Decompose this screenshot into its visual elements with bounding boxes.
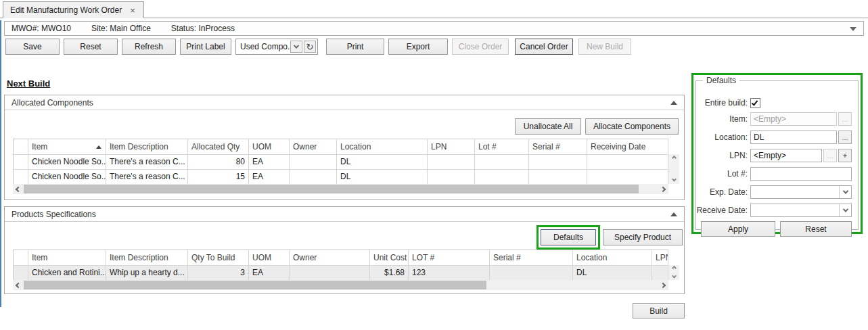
chevron-right-icon xyxy=(660,186,666,191)
toolbar: Save Reset Refresh Print Label Used Comp… xyxy=(5,39,631,55)
lpn-field[interactable] xyxy=(750,149,822,162)
allocate-components-button[interactable]: Allocate Components xyxy=(585,118,679,135)
scroll-right-button[interactable] xyxy=(658,184,668,194)
col-unit-cost[interactable]: Unit Cost xyxy=(370,250,409,266)
apply-button[interactable]: Apply xyxy=(701,221,775,237)
exp-date-label: Exp. Date: xyxy=(696,187,750,197)
cell-owner xyxy=(290,266,370,281)
exp-date-row: Exp. Date: xyxy=(696,185,858,199)
cell-qty: 80 xyxy=(188,155,249,170)
scrollbar-thumb[interactable] xyxy=(24,281,486,289)
horizontal-scrollbar[interactable] xyxy=(13,280,668,290)
cell-desc: There's a reason C... xyxy=(106,155,188,170)
location-browse-button[interactable]: ... xyxy=(838,131,852,144)
col-item[interactable]: Item xyxy=(28,250,106,266)
location-field[interactable] xyxy=(750,131,837,144)
refresh-button[interactable]: Refresh xyxy=(122,39,176,55)
row-selector[interactable] xyxy=(14,170,28,185)
col-owner[interactable]: Owner xyxy=(290,139,337,155)
scroll-left-button[interactable] xyxy=(13,280,24,290)
lpn-add-button[interactable]: + xyxy=(838,149,852,162)
build-button[interactable]: Build xyxy=(633,303,685,319)
receive-date-dropdown-button[interactable] xyxy=(839,204,851,216)
col-location[interactable]: Location xyxy=(573,250,652,266)
col-serial[interactable]: Serial # xyxy=(490,250,573,266)
print-button[interactable]: Print xyxy=(326,39,384,55)
scrollbar-track[interactable] xyxy=(24,280,658,290)
products-table-header: Item Item Description Qty To Build UOM O… xyxy=(14,250,668,266)
table-row[interactable]: Chicken Noodle So... There's a reason C.… xyxy=(14,170,668,185)
defaults-button[interactable]: Defaults xyxy=(541,229,596,245)
col-allocated-qty[interactable]: Allocated Qty xyxy=(188,139,249,155)
scrollbar-track[interactable] xyxy=(24,184,658,194)
unallocate-all-button[interactable]: Unallocate All xyxy=(515,118,581,135)
col-qty-to-build[interactable]: Qty To Build xyxy=(188,250,249,266)
order-summary-bar[interactable]: MWO#: MWO10 Site: Main Office Status: In… xyxy=(4,21,864,36)
col-lot[interactable]: LOT # xyxy=(409,250,490,266)
col-item-description[interactable]: Item Description xyxy=(106,250,188,266)
print-label-button[interactable]: Print Label xyxy=(180,39,231,55)
table-row[interactable]: Chicken and Rotini... Whip up a hearty d… xyxy=(14,266,668,281)
chevron-left-icon xyxy=(16,282,21,287)
reset-button[interactable]: Reset xyxy=(64,39,118,55)
col-lpn[interactable]: LPN xyxy=(428,139,475,155)
col-uom[interactable]: UOM xyxy=(249,250,290,266)
defaults-groupbox: Defaults Entire build: Item: ... Locatio… xyxy=(695,80,859,230)
lot-field[interactable] xyxy=(750,167,852,181)
tab-bar: Edit Manufacturing Work Order × xyxy=(0,0,868,18)
table-row[interactable]: Chicken Noodle So... There's a reason C.… xyxy=(14,155,668,170)
report-select-combo[interactable]: Used Compo... ↻ xyxy=(235,39,318,55)
exp-date-dropdown-button[interactable] xyxy=(839,186,851,198)
col-lot[interactable]: Lot # xyxy=(475,139,529,155)
scroll-left-button[interactable] xyxy=(13,184,24,194)
row-selector[interactable] xyxy=(14,266,28,281)
products-specifications-panel: Products Specifications Defaults Specify… xyxy=(4,206,685,294)
row-selector-header[interactable] xyxy=(14,139,28,155)
exp-date-combo[interactable] xyxy=(750,185,852,199)
report-refresh-button[interactable]: ↻ xyxy=(304,41,316,53)
col-location[interactable]: Location xyxy=(337,139,428,155)
scroll-down-icon[interactable] xyxy=(671,177,676,182)
horizontal-scrollbar[interactable] xyxy=(13,184,668,194)
col-serial[interactable]: Serial # xyxy=(529,139,587,155)
receive-date-combo[interactable] xyxy=(750,204,852,217)
scroll-up-icon[interactable] xyxy=(671,156,676,160)
entire-build-checkbox[interactable] xyxy=(750,98,760,108)
scroll-up-icon[interactable] xyxy=(671,266,676,270)
checkmark-icon xyxy=(752,99,758,105)
specify-product-button[interactable]: Specify Product xyxy=(603,229,683,245)
scrollbar-thumb[interactable] xyxy=(24,185,639,193)
tab-edit-manufacturing-work-order[interactable]: Edit Manufacturing Work Order × xyxy=(3,1,144,18)
cell-owner xyxy=(290,155,337,170)
collapse-icon[interactable] xyxy=(670,101,677,105)
collapse-icon[interactable] xyxy=(670,212,677,216)
col-uom[interactable]: UOM xyxy=(249,139,290,155)
allocated-components-header[interactable]: Allocated Components xyxy=(5,95,684,110)
col-receiving-date[interactable]: Receiving Date xyxy=(587,139,668,155)
lpn-row: LPN: ... + xyxy=(696,149,858,162)
defaults-panel-highlight: Defaults Entire build: Item: ... Locatio… xyxy=(691,73,863,234)
tab-close-icon[interactable]: × xyxy=(129,5,137,16)
col-item-description[interactable]: Item Description xyxy=(106,139,188,155)
reset-defaults-button[interactable]: Reset xyxy=(780,221,852,237)
row-selector[interactable] xyxy=(14,155,28,170)
summary-expand-icon[interactable] xyxy=(850,27,856,31)
row-selector-header[interactable] xyxy=(14,250,28,266)
window-accent-bar xyxy=(0,20,1,307)
save-button[interactable]: Save xyxy=(5,39,60,55)
scroll-right-button[interactable] xyxy=(658,280,668,290)
cancel-order-button[interactable]: Cancel Order xyxy=(515,39,573,55)
combo-dropdown-button[interactable] xyxy=(290,41,302,53)
col-lpn[interactable]: LPN xyxy=(652,250,668,266)
products-specifications-header[interactable]: Products Specifications xyxy=(5,207,684,222)
vertical-scrollbar[interactable] xyxy=(668,265,679,280)
cell-owner xyxy=(290,170,337,185)
vertical-scrollbar[interactable] xyxy=(668,154,679,184)
col-owner[interactable]: Owner xyxy=(290,250,370,266)
defaults-button-highlight: Defaults xyxy=(536,225,600,250)
scroll-down-icon[interactable] xyxy=(671,274,676,279)
col-item[interactable]: Item xyxy=(28,139,106,155)
export-button[interactable]: Export xyxy=(388,39,448,55)
cell-location: DL xyxy=(337,155,428,170)
cell-lpn xyxy=(428,155,475,170)
